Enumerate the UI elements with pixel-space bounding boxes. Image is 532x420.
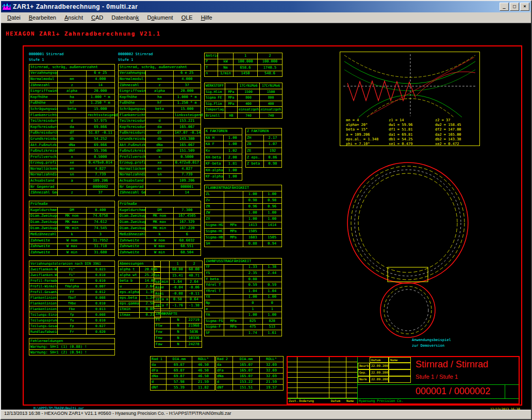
z-faktoren: Z FAKTORENZH2.17ZB1.07ZE192Z eps.0.86Z b… xyxy=(245,128,282,168)
row-label: ZW xyxy=(205,210,224,216)
row-label: YX xyxy=(205,294,224,300)
mesh-param-line: z1 = 14 xyxy=(389,118,412,123)
cell-value: 0.96 xyxy=(262,204,282,210)
row-label: dNf xyxy=(216,385,233,391)
cell-value: 192 xyxy=(264,148,282,154)
cell-value: 19.57 xyxy=(260,385,284,391)
row-label: Erzeug.profilversch.f. xyxy=(29,160,58,166)
cell-value: 68.6032 xyxy=(173,237,201,244)
row-label: Ft xyxy=(155,317,171,323)
row-label: KH-alpha xyxy=(205,167,224,174)
mesh-drawing-box: mn = 4alpha= 20°beta = 15°a = 109.206eps… xyxy=(340,52,480,146)
menu-item-bearbeiten[interactable]: Bearbeiten xyxy=(25,13,60,22)
row-label: Nr Gegenrad xyxy=(29,184,58,190)
cell-value: 1740.5 xyxy=(258,65,282,71)
cell-value xyxy=(224,264,243,270)
cell-value: 1.81 xyxy=(223,160,242,167)
cell-value: 69.866 xyxy=(86,142,114,148)
cell-value: 2 xyxy=(186,261,203,267)
cell-value xyxy=(224,306,243,312)
cell-value: 74.545 xyxy=(86,225,114,232)
cell-value: 0.5000 xyxy=(173,154,201,160)
row-label: Eingriffswinkel xyxy=(29,88,58,94)
cell-value: 6 xyxy=(173,231,201,237)
cell-value: 1.00 xyxy=(262,210,282,216)
menu-bar: DateiBearbeitenAnsichtCADDatenbankDokume… xyxy=(1,12,531,23)
cell-value xyxy=(224,191,243,198)
cell-value: -0.08 xyxy=(170,290,186,297)
menu-item-ansicht[interactable]: Ansicht xyxy=(60,13,87,22)
company-name: Hyaesung Precision Co. xyxy=(359,398,403,403)
cell-value: -1.76 xyxy=(170,303,186,309)
app-window: ZAR1+ Zahnradberechnung - 0multi.zar _ □… xyxy=(0,0,532,420)
cell-value: 60.00 xyxy=(186,267,203,273)
cell-value: 165.07 xyxy=(233,362,260,368)
gear-circles-drawing xyxy=(335,149,489,345)
menu-item-ole[interactable]: OLE xyxy=(177,13,197,22)
cell-value: 32.69 xyxy=(260,368,284,374)
cell-value: 1.04 xyxy=(243,288,263,294)
cell-value: 21968 xyxy=(186,323,202,329)
menu-item-datenbank[interactable]: Datenbank xyxy=(107,13,143,22)
cell-value: dNa xyxy=(58,142,86,148)
werkstoff: WERKSTOFF17CrNiMo617CrNiMo6Sig.HlimMPa15… xyxy=(204,83,282,119)
cell-value: 20.000 xyxy=(86,88,114,94)
mesh-param-line: xe1 = 0.479 xyxy=(389,142,412,147)
row-label: WERKSTOFF xyxy=(205,83,225,89)
row-label: Sigma-HG xyxy=(205,222,224,229)
annotation-line2: zur Demoversion xyxy=(412,343,451,349)
row-bearb-datum: 22.09.2009 xyxy=(370,363,389,369)
name-header: Name xyxy=(389,357,411,363)
cell-value: ROLL° xyxy=(192,357,215,362)
cell-value: 15.41 xyxy=(170,273,186,279)
gear2-stage: Stufe 1 xyxy=(118,57,153,63)
row-label: YA xyxy=(205,312,224,318)
cell-value: Fbe xyxy=(58,306,86,312)
cell-value xyxy=(224,276,243,282)
cell-value: 2.64 xyxy=(186,279,203,285)
cell-value xyxy=(224,288,243,294)
cell-value: 32.69 xyxy=(260,374,284,379)
table-header: Z FAKTOREN xyxy=(246,128,282,135)
maximize-button[interactable]: □ xyxy=(510,3,519,11)
menu-item-hilfe[interactable]: Hilfe xyxy=(197,13,217,22)
cell-value: 6 e 25 xyxy=(86,70,114,76)
row-label: Ftw xyxy=(155,323,171,329)
cell-value: 1.61 xyxy=(262,330,282,336)
row-label: Brinell xyxy=(205,112,225,119)
cell-value: 1.00 xyxy=(262,191,282,198)
row-label: Sigma-F xyxy=(205,324,224,330)
cell-value: d xyxy=(146,118,173,124)
cell-value: 0.86 xyxy=(264,154,282,161)
row-label: d xyxy=(151,379,167,385)
row-label: Erzeug.profilversch.f. xyxy=(119,160,146,166)
cell-value: N xyxy=(170,341,186,347)
row-bearb-label: Bearb. xyxy=(358,363,370,369)
cell-value: 1.02 xyxy=(223,148,242,154)
cell-value: 68.504 xyxy=(173,250,201,256)
cell-value: 7.739 xyxy=(173,172,201,178)
window-controls: _ □ × xyxy=(500,3,529,11)
cell-value: df xyxy=(58,130,86,136)
cell-value: 10336 xyxy=(186,335,202,342)
row-norm-label: Norm xyxy=(358,376,370,383)
mesh-param-line: mn = 4 xyxy=(346,118,378,123)
cell-value: 0.013 xyxy=(86,306,114,312)
cell-value: 100.000 xyxy=(258,59,282,65)
menu-item-cad[interactable]: CAD xyxy=(87,13,107,22)
menu-item-datei[interactable]: Datei xyxy=(3,13,25,22)
gear2-number: 0000002 Stirnrad xyxy=(118,52,153,57)
cell-value: 0.010 xyxy=(86,278,114,284)
cell-value: linkssteigend xyxy=(173,112,201,118)
cell-value: 109.206 xyxy=(86,178,114,184)
menu-item-dokument[interactable]: Dokument xyxy=(143,13,177,22)
close-button[interactable]: × xyxy=(520,3,529,11)
cell-value: -1.38 xyxy=(186,303,203,309)
cell-value: 37 xyxy=(173,82,201,88)
cell-value xyxy=(262,229,282,235)
row-label: alpha t xyxy=(119,267,140,272)
datum-header: Datum xyxy=(370,357,389,363)
minimize-button[interactable]: _ xyxy=(500,3,509,11)
row-label: Zahnweite xyxy=(29,237,58,244)
cell-value: 151.51 xyxy=(233,385,260,391)
